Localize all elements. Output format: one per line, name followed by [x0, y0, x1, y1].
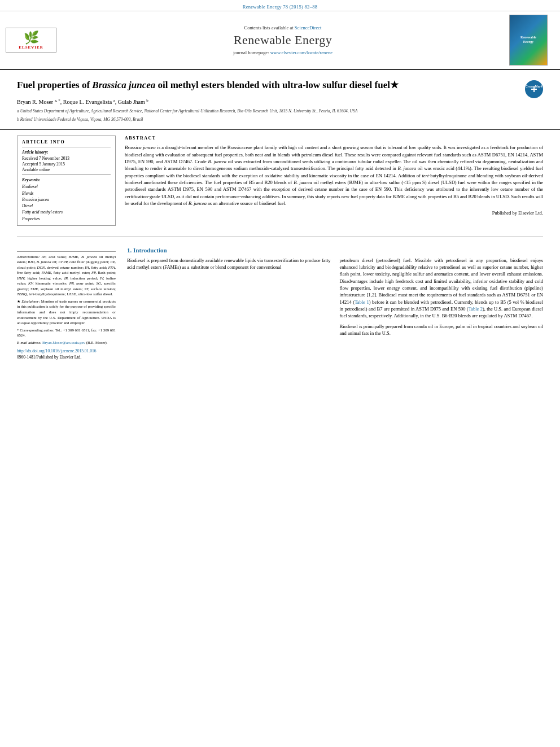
history-label: Article history:	[22, 150, 111, 155]
accepted-date: Accepted 5 January 2015	[22, 161, 111, 167]
authors: Bryan R. Moser a, *, Roque L. Evangelist…	[17, 98, 543, 105]
article-title-section: Fuel properties of Brassica juncea oil m…	[0, 70, 560, 130]
affiliation-a: a United States Department of Agricultur…	[17, 108, 543, 115]
received-date: Received 7 November 2013	[22, 156, 111, 161]
banner-right: RenewableEnergy	[509, 15, 554, 65]
intro-para1: Biodiesel is prepared from domestically …	[127, 257, 331, 271]
elsevier-logo: 🌿 ELSEVIER	[6, 28, 56, 53]
article-info-title: ARTICLE INFO	[22, 139, 111, 145]
introduction-column: 1. Introduction Biodiesel is prepared fr…	[127, 247, 543, 360]
keyword-4: Diesel	[22, 203, 111, 209]
keyword-5: Fatty acid methyl esters	[22, 209, 111, 215]
sciencedirect-line: Contents lists available at ScienceDirec…	[62, 25, 504, 30]
journal-header: Renewable Energy 78 (2015) 82–88	[0, 0, 560, 11]
article-title: Fuel properties of Brassica juncea oil m…	[17, 79, 519, 91]
intro-two-col: Biodiesel is prepared from domestically …	[127, 257, 543, 340]
table1-link[interactable]: Table 1	[355, 299, 369, 305]
homepage-line: journal homepage: www.elsevier.com/locat…	[62, 50, 504, 55]
keyword-6: Properties	[22, 216, 111, 222]
intro-heading: 1. Introduction	[127, 247, 543, 254]
intro-right-para: petroleum diesel (petrodiesel) fuel. Mis…	[340, 257, 544, 340]
table2-link[interactable]: Table 2	[469, 306, 483, 312]
abstract-title: ABSTRACT	[125, 136, 543, 141]
crossmark-icon: CrossMark	[525, 80, 543, 98]
available-online: Available online	[22, 167, 111, 172]
email-link[interactable]: Bryan.Moser@ars.usda.gov	[42, 340, 85, 344]
intro-para3: Biodiesel is principally prepared from c…	[340, 323, 544, 337]
footnotes-column: Abbreviations: AV, acid value; BJME, B. …	[17, 247, 116, 360]
article-info-column: ARTICLE INFO Article history: Received 7…	[17, 136, 116, 230]
abstract-text: Brassica juncea is a drought-tolerant me…	[125, 144, 543, 207]
info-abstract-row: ARTICLE INFO Article history: Received 7…	[17, 136, 543, 230]
homepage-link[interactable]: www.elsevier.com/locate/renene	[270, 50, 333, 55]
journal-title-banner: Renewable Energy	[62, 33, 504, 47]
issn-line: 0960-1481/Published by Elsevier Ltd.	[17, 355, 116, 360]
corresponding-footnote: * Corresponding author. Tel.: +1 309 681…	[17, 327, 116, 338]
abstract-column: ABSTRACT Brassica juncea is a drought-to…	[125, 136, 543, 230]
banner: 🌿 ELSEVIER Contents lists available at S…	[0, 11, 560, 70]
keywords-label: Keywords:	[22, 177, 111, 182]
published-by: Published by Elsevier Ltd.	[125, 210, 543, 216]
article-info-box: ARTICLE INFO Article history: Received 7…	[17, 136, 116, 226]
journal-ref: Renewable Energy 78 (2015) 82–88	[243, 4, 318, 10]
keyword-2: Blends	[22, 190, 111, 196]
banner-center: Contents lists available at ScienceDirec…	[62, 25, 504, 55]
intro-left-para: Biodiesel is prepared from domestically …	[127, 257, 331, 340]
affiliation-b: b Retired Universidade Federal de Viçosa…	[17, 117, 543, 123]
keyword-3: Brassica juncea	[22, 196, 111, 203]
bottom-section: Abbreviations: AV, acid value; BJME, B. …	[0, 247, 560, 360]
disclaimer-footnote: ★ Disclaimer: Mention of trade names or …	[17, 299, 116, 326]
elsevier-text: ELSEVIER	[10, 45, 53, 50]
sciencedirect-link[interactable]: ScienceDirect	[295, 25, 322, 30]
journal-cover: RenewableEnergy	[509, 15, 548, 65]
crossmark: CrossMark	[525, 80, 543, 98]
intro-para2: petroleum diesel (petrodiesel) fuel. Mis…	[340, 257, 544, 320]
keyword-1: Biodiesel	[22, 184, 111, 190]
abbreviations-footnote: Abbreviations: AV, acid value; BJME, B. …	[17, 254, 116, 297]
doi-line[interactable]: http://dx.doi.org/10.1016/j.renene.2015.…	[17, 348, 116, 353]
footnotes-area: Abbreviations: AV, acid value; BJME, B. …	[17, 251, 116, 345]
main-content: ARTICLE INFO Article history: Received 7…	[0, 130, 560, 247]
email-footnote: E-mail address: Bryan.Moser@ars.usda.gov…	[17, 340, 116, 346]
